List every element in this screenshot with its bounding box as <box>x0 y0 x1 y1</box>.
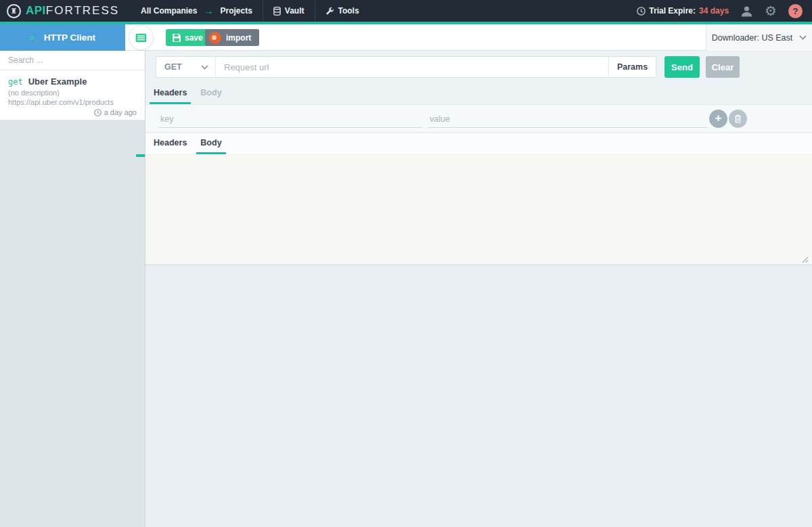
nav-divider <box>263 0 263 22</box>
trash-icon <box>734 114 742 123</box>
import-button[interactable]: import <box>205 29 259 46</box>
params-button[interactable]: Params <box>608 57 656 77</box>
trial-expire-status: Trial Expire: 34 days <box>637 6 729 16</box>
save-button[interactable]: save <box>166 29 210 46</box>
arrow-right-icon: → <box>204 5 213 16</box>
body-content-panel[interactable] <box>145 155 812 265</box>
sidebar: get Uber Example (no description) https:… <box>0 51 145 527</box>
request-bar: GET Params Send Clear <box>145 51 812 83</box>
nav-projects[interactable]: Projects <box>220 6 252 16</box>
saved-request-item[interactable]: get Uber Example (no description) https:… <box>0 70 145 120</box>
list-icon <box>135 33 147 43</box>
add-header-button[interactable]: + <box>709 110 727 128</box>
tab-response-body[interactable]: Body <box>196 133 225 154</box>
trial-expire-label: Trial Expire: <box>649 6 696 16</box>
nav-tools-label: Tools <box>338 6 359 16</box>
request-title: Uber Example <box>28 76 87 87</box>
downloader-select[interactable]: Downloader: US East <box>706 24 812 51</box>
wrench-icon <box>325 7 334 16</box>
header-key-value-row: + <box>145 105 812 133</box>
tab-request-body[interactable]: Body <box>196 83 225 104</box>
clear-button[interactable]: Clear <box>706 56 740 78</box>
postman-icon <box>209 32 221 44</box>
main-nav: All Companies → Projects Vault Tools <box>141 0 359 22</box>
clock-icon <box>94 109 102 116</box>
request-list-button[interactable] <box>129 25 154 50</box>
response-tabs: Headers Body <box>145 133 812 155</box>
terminal-prompt-icon: > <box>30 33 35 43</box>
top-navigation-bar: ♜ API FORTRESS All Companies → Projects … <box>0 0 812 22</box>
main-panel: GET Params Send Clear Headers Body + Hea… <box>145 51 812 527</box>
question-mark-icon: ? <box>793 6 798 16</box>
user-icon <box>740 5 753 18</box>
apifortress-logo-icon: ♜ <box>7 4 21 18</box>
search-box <box>0 51 145 70</box>
user-account-button[interactable] <box>740 5 753 18</box>
sidebar-resize-indicator <box>136 154 145 157</box>
clock-icon <box>637 7 646 16</box>
terminal-cursor-icon: _ <box>35 33 39 43</box>
topbar-right-cluster: Trial Expire: 34 days ⚙ ? <box>637 4 812 18</box>
logo-rook-glyph: ♜ <box>11 7 18 16</box>
gear-icon: ⚙ <box>765 4 777 18</box>
request-method-badge: get <box>8 77 23 87</box>
request-input-group: GET Params <box>156 56 656 78</box>
header-key-input[interactable] <box>159 110 423 128</box>
tab-http-client[interactable]: > _ HTTP Client <box>0 24 125 51</box>
tab-response-headers[interactable]: Headers <box>150 133 191 154</box>
nav-vault[interactable]: Vault <box>273 6 304 16</box>
request-tabs: Headers Body <box>145 83 812 105</box>
help-button[interactable]: ? <box>788 4 803 18</box>
nav-vault-label: Vault <box>285 6 304 16</box>
header-value-input[interactable] <box>428 110 707 128</box>
brand-api-text: API <box>26 4 46 18</box>
nav-all-companies-label: All Companies <box>141 6 197 16</box>
request-time-label: a day ago <box>104 108 137 116</box>
method-select-value: GET <box>164 62 182 72</box>
http-client-tab-label: HTTP Client <box>44 32 95 43</box>
import-button-label: import <box>226 33 251 43</box>
delete-header-button[interactable] <box>729 110 747 128</box>
trial-days-value: 34 days <box>699 6 729 16</box>
request-url-input[interactable] <box>216 57 608 77</box>
floppy-disk-icon <box>173 34 181 42</box>
plus-icon: + <box>715 112 722 124</box>
request-url: https://api.uber.com/v1/products <box>8 98 137 106</box>
settings-button[interactable]: ⚙ <box>765 4 777 18</box>
chevron-down-icon <box>799 35 807 40</box>
request-description: (no description) <box>8 89 137 97</box>
nav-divider <box>315 0 315 22</box>
toolbar: > _ HTTP Client save import Downloader: … <box>0 24 812 51</box>
database-icon <box>273 7 281 16</box>
brand-fortress-text: FORTRESS <box>46 4 119 18</box>
request-timestamp: a day ago <box>8 108 137 116</box>
resize-grip-icon[interactable] <box>800 255 809 263</box>
search-input[interactable] <box>0 51 145 70</box>
brand-logo[interactable]: ♜ API FORTRESS <box>0 4 119 18</box>
downloader-label: Downloader: US East <box>712 33 793 43</box>
nav-all-companies[interactable]: All Companies <box>141 6 197 16</box>
nav-projects-label: Projects <box>220 6 252 16</box>
tab-request-headers[interactable]: Headers <box>150 83 191 104</box>
page-background <box>145 266 812 527</box>
send-button[interactable]: Send <box>664 56 700 78</box>
method-select[interactable]: GET <box>156 57 216 77</box>
nav-tools[interactable]: Tools <box>325 6 359 16</box>
chevron-down-icon <box>201 65 208 70</box>
save-button-label: save <box>185 33 203 43</box>
